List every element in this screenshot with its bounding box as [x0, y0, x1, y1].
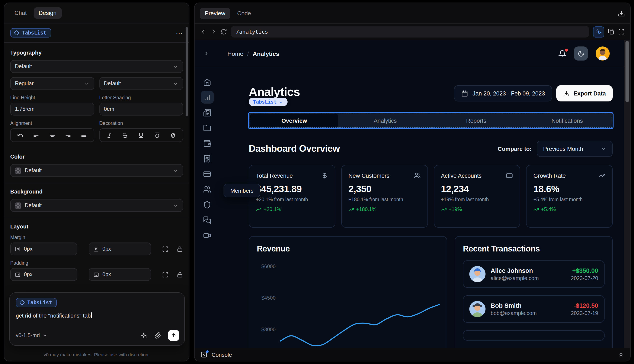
theme-toggle-button[interactable] [574, 46, 588, 60]
font-size-value: Default [104, 80, 121, 86]
overline-icon[interactable] [154, 132, 160, 138]
notification-badge [565, 48, 568, 51]
url-bar[interactable]: /analytics [231, 26, 589, 38]
expand-corners-icon[interactable] [162, 271, 169, 278]
send-button[interactable] [168, 330, 179, 341]
undo-icon[interactable] [17, 132, 24, 138]
align-left-icon[interactable] [33, 132, 40, 138]
date-range-picker[interactable]: Jan 20, 2023 - Feb 09, 2023 [454, 85, 552, 102]
line-height-input[interactable]: 1.75rem [10, 103, 94, 116]
sidebar-item-wallet[interactable] [201, 137, 213, 150]
messages-icon [203, 216, 211, 224]
stat-card-new-customers[interactable]: New Customers 2,350 +180.1% from last mo… [341, 165, 428, 228]
expand-corners-icon[interactable] [162, 246, 169, 252]
sidebar-item-home[interactable] [201, 76, 213, 88]
compare-select[interactable]: Previous Month [537, 141, 613, 157]
lock-icon[interactable] [177, 271, 183, 278]
trending-up-icon [256, 206, 261, 212]
stats-grid: Total Revenue $45,231.89 +20.1% from las… [249, 165, 613, 228]
component-badge[interactable]: TabsList [10, 28, 51, 38]
sidebar-item-news[interactable] [201, 106, 213, 119]
copy-button[interactable] [608, 28, 614, 35]
stat-card-active-accounts[interactable]: Active Accounts 12,234 +19% from last mo… [434, 165, 520, 228]
terminal-icon [200, 351, 207, 358]
chat-composer[interactable]: TabsList get rid of the "notifications" … [10, 292, 185, 346]
align-center-icon[interactable] [49, 132, 55, 138]
newspaper-icon [203, 108, 211, 116]
tab-overview[interactable]: Overview [250, 114, 339, 127]
sidebar-item-members[interactable] [201, 183, 213, 196]
italic-icon[interactable] [106, 132, 112, 138]
selected-component-chip[interactable]: TabsList [249, 98, 288, 106]
alignment-label: Alignment [10, 120, 94, 126]
stat-card-growth-rate[interactable]: Growth Rate 18.6% +5.4% from last month … [526, 165, 613, 228]
trending-up-icon [349, 206, 354, 212]
tab-code[interactable]: Code [232, 8, 256, 19]
compare-value: Previous Month [543, 146, 583, 152]
chevron-down-icon [279, 100, 283, 104]
preview-scrollbar[interactable] [624, 40, 630, 348]
sidebar-item-video[interactable] [201, 229, 213, 242]
sidebar-item-cards[interactable] [201, 168, 213, 180]
console-expand-button[interactable] [618, 352, 624, 358]
export-data-button[interactable]: Export Data [556, 85, 613, 102]
fullscreen-button[interactable] [618, 28, 624, 35]
margin-x-input[interactable]: 0px [10, 242, 77, 255]
app-viewport: Home / Analytics [195, 40, 630, 348]
tab-reports[interactable]: Reports [431, 113, 522, 128]
tab-notifications[interactable]: Notifications [522, 113, 613, 128]
sidebar-item-files[interactable] [201, 122, 213, 134]
preview-scrollbar-thumb[interactable] [625, 41, 629, 102]
color-select[interactable]: Default [10, 164, 183, 177]
lock-icon[interactable] [177, 246, 183, 252]
forward-button[interactable] [210, 28, 217, 35]
font-weight-select[interactable]: Regular [10, 77, 94, 90]
more-menu-button[interactable]: ⋯ [176, 29, 183, 37]
align-justify-icon[interactable] [81, 132, 87, 138]
console-bar[interactable]: Console [195, 348, 630, 361]
notifications-button[interactable] [558, 50, 566, 57]
back-button[interactable] [200, 28, 206, 35]
dollar-icon [321, 172, 328, 179]
letter-spacing-input[interactable]: 0em [99, 103, 183, 116]
paperclip-icon[interactable] [154, 332, 161, 339]
font-size-select[interactable]: Default [99, 77, 183, 90]
user-avatar[interactable] [596, 46, 610, 60]
font-family-select[interactable]: Default [10, 60, 183, 73]
left-panel-scrollbar[interactable] [186, 27, 188, 116]
composer-input[interactable]: get rid of the "notifications" tab [16, 312, 178, 319]
sidebar-toggle-button[interactable] [203, 50, 209, 57]
sidebar-item-messages[interactable] [201, 214, 213, 226]
underline-icon[interactable] [138, 132, 144, 138]
tab-analytics[interactable]: Analytics [340, 113, 431, 128]
revenue-line-chart: $6000 $4500 $3000 [257, 259, 440, 348]
sidebar-item-invoices[interactable] [201, 152, 213, 165]
tab-preview[interactable]: Preview [200, 8, 230, 19]
padding-y-input[interactable]: 0px [89, 268, 151, 281]
sparkles-icon[interactable] [140, 332, 148, 339]
background-select[interactable]: Default [10, 199, 183, 212]
tab-chat[interactable]: Chat [10, 7, 32, 19]
line-height-label: Line Height [10, 95, 94, 100]
composer-component-chip[interactable]: TabsList [16, 298, 57, 307]
model-selector[interactable]: v0-1.5-md [16, 332, 48, 338]
video-icon [203, 231, 211, 239]
chevron-down-icon [173, 168, 178, 173]
margin-y-input[interactable]: 0px [89, 242, 151, 255]
select-element-button[interactable] [593, 26, 604, 37]
transaction-row[interactable]: Alice Johnson alice@example.com +$350.00… [463, 260, 604, 288]
sidebar-item-analytics[interactable] [201, 91, 213, 104]
refresh-button[interactable] [221, 28, 227, 35]
breadcrumb-home[interactable]: Home [227, 50, 243, 57]
stat-card-total-revenue[interactable]: Total Revenue $45,231.89 +20.1% from las… [249, 165, 335, 228]
strikethrough-icon[interactable] [122, 132, 128, 138]
transaction-row[interactable]: Bob Smith bob@example.com -$120.50 2023-… [463, 296, 604, 323]
no-decoration-icon[interactable] [170, 132, 176, 138]
tab-design[interactable]: Design [34, 7, 62, 19]
font-family-value: Default [15, 64, 32, 70]
color-value: Default [25, 168, 42, 174]
align-right-icon[interactable] [65, 132, 71, 138]
download-button[interactable] [618, 10, 625, 17]
sidebar-item-security[interactable] [201, 198, 213, 211]
padding-x-input[interactable]: 0px [10, 268, 77, 281]
